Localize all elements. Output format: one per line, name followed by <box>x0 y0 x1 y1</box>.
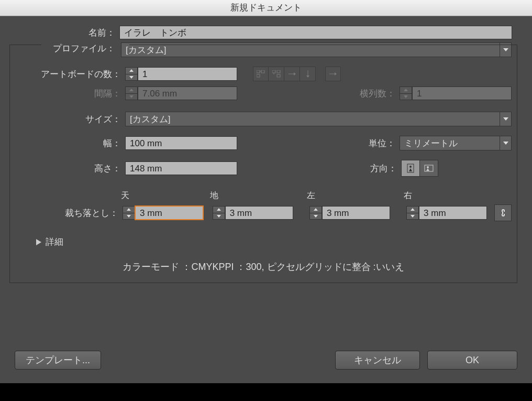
columns-input: 1 <box>412 86 512 100</box>
cancel-button[interactable]: キャンセル <box>335 351 420 370</box>
window-titlebar: 新規ドキュメント <box>0 0 532 16</box>
svg-rect-6 <box>272 70 275 73</box>
spacing-stepper <box>125 86 138 100</box>
svg-marker-28 <box>411 208 415 211</box>
svg-rect-3 <box>257 70 260 73</box>
units-dropdown[interactable]: ミリメートル <box>400 136 500 150</box>
bleed-right-label: 右 <box>404 190 512 201</box>
settings-group: [カスタム] アートボードの数： 1 <box>9 45 517 283</box>
height-input[interactable]: 148 mm <box>125 161 237 175</box>
artboards-input[interactable]: 1 <box>138 67 237 81</box>
svg-marker-30 <box>36 239 41 245</box>
svg-marker-14 <box>404 89 408 91</box>
svg-marker-17 <box>503 142 508 145</box>
svg-marker-1 <box>129 69 134 72</box>
template-button[interactable]: テンプレート... <box>15 351 101 370</box>
bleed-right-field[interactable]: 3 mm <box>406 206 487 220</box>
bleed-left-field[interactable]: 3 mm <box>309 206 390 220</box>
bleed-right-input[interactable]: 3 mm <box>419 206 487 220</box>
artboards-stepper[interactable] <box>125 67 138 81</box>
svg-marker-29 <box>411 215 415 218</box>
svg-marker-2 <box>129 76 134 79</box>
svg-rect-8 <box>277 74 280 77</box>
width-input[interactable]: 100 mm <box>125 136 237 150</box>
disclosure-triangle-icon <box>36 239 41 245</box>
arrange-column-icon <box>300 67 316 81</box>
advanced-label: 詳細 <box>46 236 63 248</box>
grid-by-column-icon <box>269 67 284 81</box>
size-label: サイズ： <box>15 113 125 125</box>
profile-label: プロファイル： <box>0 42 119 55</box>
svg-marker-15 <box>404 95 408 98</box>
size-dropdown-arrow[interactable] <box>500 112 512 126</box>
columns-stepper <box>400 86 412 100</box>
artboards-label: アートボードの数： <box>15 68 125 80</box>
bleed-left-stepper[interactable] <box>309 206 322 220</box>
name-input[interactable]: イラレ トンボ <box>119 26 512 39</box>
svg-rect-5 <box>257 74 260 77</box>
bleed-bottom-stepper[interactable] <box>213 206 225 220</box>
svg-point-19 <box>409 166 412 168</box>
grid-by-row-icon <box>253 67 269 81</box>
svg-marker-11 <box>335 72 337 75</box>
svg-marker-13 <box>129 95 134 98</box>
bleed-top-input[interactable]: 3 mm <box>135 206 203 220</box>
bleed-top-label: 天 <box>121 190 210 201</box>
window-title: 新規ドキュメント <box>230 3 302 13</box>
bleed-bottom-field[interactable]: 3 mm <box>213 206 293 220</box>
ok-button[interactable]: OK <box>427 351 517 370</box>
arrangement-buttons <box>253 67 316 81</box>
height-label: 高さ： <box>15 162 125 175</box>
svg-marker-12 <box>129 89 134 91</box>
bleed-bottom-input[interactable]: 3 mm <box>225 206 293 220</box>
svg-rect-7 <box>277 70 280 73</box>
svg-marker-24 <box>217 208 221 211</box>
svg-marker-25 <box>217 215 221 218</box>
svg-marker-9 <box>294 72 296 75</box>
profile-dropdown[interactable]: [カスタム] <box>121 42 500 57</box>
svg-marker-26 <box>314 208 318 211</box>
svg-point-21 <box>427 166 429 168</box>
bleed-link-icon[interactable] <box>494 204 512 221</box>
dialog-body: 名前： イラレ トンボ プロファイル： [カスタム] アートボードの数： 1 <box>0 16 532 383</box>
svg-marker-27 <box>314 215 318 218</box>
arrange-row-icon <box>284 67 300 81</box>
units-label: 単位： <box>369 137 400 149</box>
size-dropdown[interactable]: [カスタム] <box>125 112 500 126</box>
advanced-disclosure[interactable]: 詳細 <box>15 236 512 248</box>
svg-marker-22 <box>127 208 131 211</box>
svg-marker-23 <box>127 215 131 218</box>
spacing-input: 7.06 mm <box>138 86 237 100</box>
spacing-label: 間隔： <box>15 88 125 100</box>
bleed-bottom-label: 地 <box>210 190 307 201</box>
bleed-top-stepper[interactable] <box>123 206 135 220</box>
bleed-right-stepper[interactable] <box>406 206 419 220</box>
profile-dropdown-arrow[interactable] <box>500 42 512 57</box>
orientation-label: 方向： <box>370 162 401 175</box>
mode-summary: カラーモード ：CMYKPPI ：300, ピクセルグリッドに整合 :いいえ <box>15 261 512 273</box>
width-label: 幅： <box>15 137 125 149</box>
svg-marker-16 <box>503 117 508 121</box>
name-label: 名前： <box>0 27 119 39</box>
columns-label: 横列数： <box>360 88 400 100</box>
bleed-left-input[interactable]: 3 mm <box>322 206 390 220</box>
svg-marker-0 <box>503 48 508 51</box>
orientation-portrait-button[interactable] <box>401 160 420 177</box>
svg-rect-4 <box>261 70 264 73</box>
bleed-left-label: 左 <box>307 190 404 201</box>
orientation-landscape-button[interactable] <box>420 160 438 177</box>
svg-marker-10 <box>306 75 309 78</box>
units-dropdown-arrow[interactable] <box>500 136 512 150</box>
bleed-label: 裁ち落とし： <box>15 207 123 219</box>
bleed-top-field[interactable]: 3 mm <box>123 206 203 220</box>
arrange-rtl-icon <box>325 67 341 81</box>
